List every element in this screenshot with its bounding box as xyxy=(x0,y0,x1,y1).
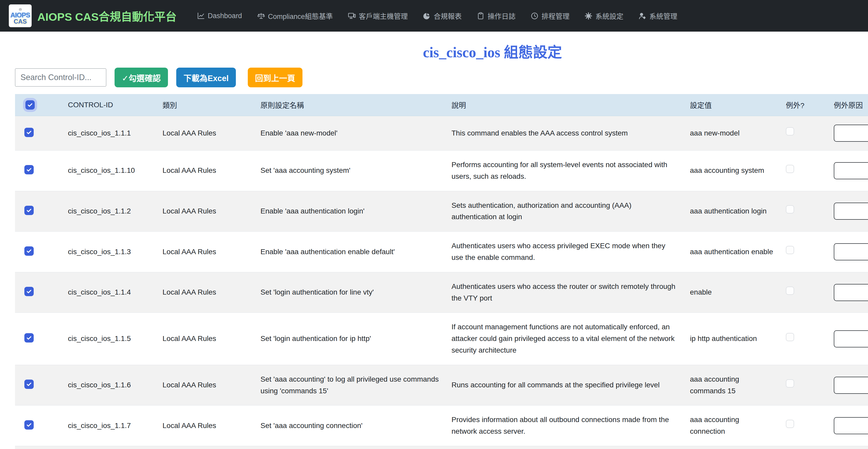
nav-item-compliance-reports[interactable]: 合規報表 xyxy=(423,11,462,21)
check-icon xyxy=(26,381,32,387)
check-icon xyxy=(26,207,32,214)
row-select-checkbox[interactable] xyxy=(24,333,34,343)
exception-checkbox[interactable] xyxy=(786,127,794,135)
robot-face-icon xyxy=(19,7,22,11)
check-icon xyxy=(26,129,32,135)
row-select-checkbox[interactable] xyxy=(24,128,34,137)
exception-reason-input[interactable] xyxy=(834,162,868,179)
top-navbar: AIOPS CAS AIOPS CAS合規自動化平台 Dashboard Com… xyxy=(0,0,868,32)
category-cell: Local AAA Rules xyxy=(156,272,254,313)
row-select-checkbox[interactable] xyxy=(24,206,34,215)
policy-name-cell: Set 'aaa accounting exec' xyxy=(254,446,445,449)
description-cell: Provides information about all outbound … xyxy=(445,406,684,446)
brand-title: AIOPS CAS合規自動化平台 xyxy=(37,8,177,24)
header-control-id: CONTROL-ID xyxy=(62,94,156,116)
row-select-checkbox[interactable] xyxy=(24,246,34,256)
nav-item-dashboard[interactable]: Dashboard xyxy=(197,12,242,20)
row-select-checkbox[interactable] xyxy=(24,165,34,174)
control-id-cell: cis_cisco_ios_1.1.3 xyxy=(62,232,156,272)
header-value: 設定值 xyxy=(684,94,780,116)
setting-value-cell: aaa accounting commands 15 xyxy=(684,365,780,406)
header-policy-name: 原則設定名稱 xyxy=(254,94,445,116)
policy-name-cell: Set 'aaa accounting system' xyxy=(254,151,445,191)
setting-value-cell: enable xyxy=(684,272,780,313)
row-select-checkbox[interactable] xyxy=(24,420,34,429)
nav-item-operation-logs[interactable]: 操作日誌 xyxy=(477,11,516,21)
page-title: cis_cisco_ios 組態設定 xyxy=(0,40,868,61)
search-input[interactable] xyxy=(15,68,106,87)
logo-text-cas: CAS xyxy=(14,19,27,25)
category-cell: Local AAA Rules xyxy=(156,232,254,272)
table-body: cis_cisco_ios_1.1.1 Local AAA Rules Enab… xyxy=(15,116,868,449)
exception-checkbox[interactable] xyxy=(786,420,794,428)
check-icon xyxy=(26,167,32,173)
exception-reason-input[interactable] xyxy=(834,377,868,394)
table-row: cis_cisco_ios_1.1.8 Local AAA Rules Set … xyxy=(15,446,868,449)
table-row: cis_cisco_ios_1.1.2 Local AAA Rules Enab… xyxy=(15,191,868,232)
clock-icon xyxy=(531,12,538,20)
check-icon xyxy=(27,102,33,108)
nav-item-system-settings[interactable]: 系統設定 xyxy=(585,11,623,21)
check-icon xyxy=(26,288,32,295)
policy-name-cell: Set 'login authentication for line vty' xyxy=(254,272,445,313)
category-cell: Local AAA Rules xyxy=(156,406,254,446)
policy-name-cell: Enable 'aaa authentication login' xyxy=(254,191,445,232)
table-row: cis_cisco_ios_1.1.3 Local AAA Rules Enab… xyxy=(15,232,868,272)
exception-checkbox[interactable] xyxy=(786,333,794,341)
control-id-cell: cis_cisco_ios_1.1.8 xyxy=(62,446,156,449)
policy-name-cell: Enable 'aaa new-model' xyxy=(254,116,445,151)
table-row: cis_cisco_ios_1.1.6 Local AAA Rules Set … xyxy=(15,365,868,406)
row-select-checkbox[interactable] xyxy=(24,380,34,389)
header-category: 類別 xyxy=(156,94,254,116)
control-id-cell: cis_cisco_ios_1.1.1 xyxy=(62,116,156,151)
pie-chart-icon xyxy=(423,12,431,20)
back-button[interactable]: 回到上一頁 xyxy=(248,68,303,87)
setting-value-cell: aaa accounting system xyxy=(684,151,780,191)
setting-value-cell: aaa new-model xyxy=(684,116,780,151)
table-row: cis_cisco_ios_1.1.7 Local AAA Rules Set … xyxy=(15,406,868,446)
control-id-cell: cis_cisco_ios_1.1.6 xyxy=(62,365,156,406)
description-cell: Authenticates users who access privilege… xyxy=(445,232,684,272)
check-icon xyxy=(26,248,32,254)
chart-line-icon xyxy=(197,12,205,20)
nav-item-system-admin[interactable]: 系統管理 xyxy=(639,11,677,21)
confirm-selection-button[interactable]: ✓勾選確認 xyxy=(115,68,168,87)
category-cell: Local AAA Rules xyxy=(156,365,254,406)
control-id-cell: cis_cisco_ios_1.1.5 xyxy=(62,313,156,365)
category-cell: Local AAA Rules xyxy=(156,446,254,449)
nav-item-compliance-baseline[interactable]: Compliance組態基準 xyxy=(257,11,333,21)
exception-checkbox[interactable] xyxy=(786,165,794,173)
exception-checkbox[interactable] xyxy=(786,246,794,254)
description-cell: Runs accounting for the EXEC shell sessi… xyxy=(445,446,684,449)
row-select-checkbox[interactable] xyxy=(24,287,34,296)
header-description: 說明 xyxy=(445,94,684,116)
select-all-checkbox[interactable] xyxy=(25,100,35,109)
nav-item-schedule[interactable]: 排程管理 xyxy=(531,11,569,21)
app-logo: AIOPS CAS xyxy=(9,4,32,27)
download-excel-button[interactable]: 下載為Excel xyxy=(176,68,236,87)
control-id-cell: cis_cisco_ios_1.1.10 xyxy=(62,151,156,191)
exception-reason-input[interactable] xyxy=(834,284,868,301)
exception-reason-input[interactable] xyxy=(834,243,868,260)
exception-reason-input[interactable] xyxy=(834,330,868,347)
table-header-row: CONTROL-ID 類別 原則設定名稱 說明 設定值 例外? 例外原因 xyxy=(15,94,868,116)
category-cell: Local AAA Rules xyxy=(156,191,254,232)
setting-value-cell: aaa authentication login xyxy=(684,191,780,232)
exception-reason-input[interactable] xyxy=(834,203,868,220)
exception-reason-input[interactable] xyxy=(834,417,868,434)
exception-checkbox[interactable] xyxy=(786,205,794,214)
policy-name-cell: Set 'login authentication for ip http' xyxy=(254,313,445,365)
exception-checkbox[interactable] xyxy=(786,287,794,295)
description-cell: This command enables the AAA access cont… xyxy=(445,116,684,151)
config-table: CONTROL-ID 類別 原則設定名稱 說明 設定值 例外? 例外原因 cis… xyxy=(15,94,868,449)
policy-name-cell: Enable 'aaa authentication enable defaul… xyxy=(254,232,445,272)
table-row: cis_cisco_ios_1.1.5 Local AAA Rules Set … xyxy=(15,313,868,365)
description-cell: If account management functions are not … xyxy=(445,313,684,365)
category-cell: Local AAA Rules xyxy=(156,313,254,365)
description-cell: Performs accounting for all system-level… xyxy=(445,151,684,191)
exception-checkbox[interactable] xyxy=(786,379,794,388)
nav-item-client-hosts[interactable]: 客戶端主機管理 xyxy=(348,11,408,21)
category-cell: Local AAA Rules xyxy=(156,116,254,151)
exception-reason-input[interactable] xyxy=(834,125,868,142)
gear-icon xyxy=(585,12,592,20)
